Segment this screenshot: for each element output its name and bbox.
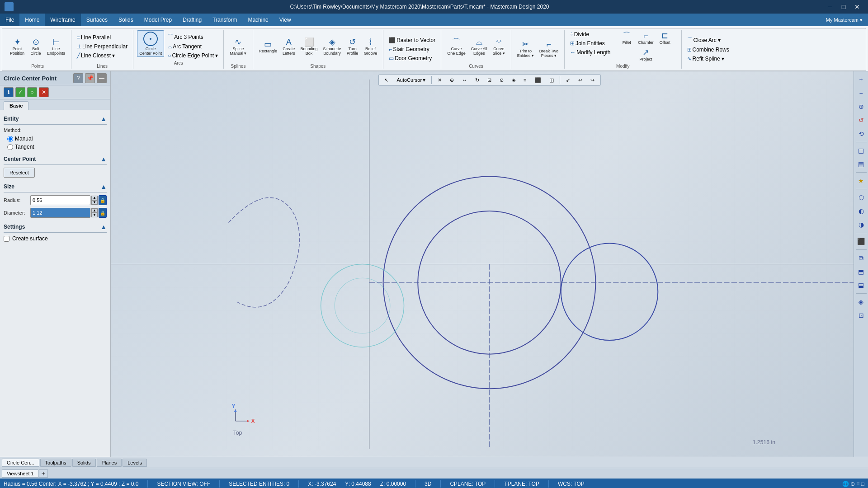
canvas-tool-4[interactable]: ↻ <box>472 76 482 84</box>
stair-geometry-button[interactable]: ⌐ Stair Geometry <box>387 45 431 53</box>
project-button[interactable]: ↗ Project <box>637 47 655 63</box>
right-tool-solid-red[interactable]: ⬛ <box>855 235 868 248</box>
canvas-tool-8[interactable]: ≡ <box>520 76 529 84</box>
point-position-button[interactable]: ✦ PointPosition <box>8 37 27 57</box>
bounding-box-button[interactable]: ⬜ BoundingBox <box>298 37 320 57</box>
canvas-tool-5[interactable]: ⊡ <box>484 76 495 84</box>
diameter-input[interactable] <box>30 208 90 218</box>
line-perpendicular-button[interactable]: ⊥ Line Perpendicular <box>75 42 129 51</box>
panel-minimize-button[interactable]: — <box>97 73 107 83</box>
reselect-button[interactable]: Reselect <box>4 168 35 178</box>
door-geometry-button[interactable]: ▭ Door Geometry <box>387 54 434 62</box>
canvas-tool-1[interactable]: ✕ <box>434 76 445 84</box>
arc-tangent-button[interactable]: ⌓ Arc Tangent <box>166 42 220 51</box>
right-tool-star[interactable]: ★ <box>855 174 868 187</box>
line-closest-button[interactable]: ╱ Line Closest ▾ <box>75 52 117 60</box>
tab-solids[interactable]: Solids <box>72 459 96 467</box>
viewsheet-1-tab[interactable]: Viewsheet 1 <box>2 469 39 478</box>
radius-down-button[interactable]: ▼ <box>91 200 98 205</box>
canvas-viewport[interactable]: X Y Top 1.2516 in <box>111 71 868 457</box>
canvas-tool-cursor[interactable]: ↖ <box>381 76 392 84</box>
diameter-down-button[interactable]: ▼ <box>91 213 98 217</box>
right-tool-view1[interactable]: ◫ <box>855 144 868 157</box>
right-tool-zoom-in[interactable]: + <box>855 73 868 86</box>
create-letters-button[interactable]: A CreateLetters <box>280 37 297 57</box>
canvas-tool-13[interactable]: ↪ <box>587 76 598 84</box>
settings-section-header[interactable]: Settings ▲ <box>4 221 107 233</box>
right-tool-clip2[interactable]: ⬓ <box>855 279 868 291</box>
tab-levels[interactable]: Levels <box>123 459 147 467</box>
create-surface-checkbox[interactable] <box>4 236 9 242</box>
menu-transform[interactable]: Transform <box>207 14 242 26</box>
offset-button[interactable]: ⊏ Offset <box>657 30 673 46</box>
menu-wireframe[interactable]: Wireframe <box>45 14 80 26</box>
rectangle-button[interactable]: ▭ Rectangle <box>257 39 280 55</box>
right-tool-extra2[interactable]: ⊡ <box>855 309 868 322</box>
join-entities-button[interactable]: ⊞ Join Entities <box>568 39 612 47</box>
modify-length-button[interactable]: ↔ Modify Length <box>568 48 612 56</box>
tab-planes[interactable]: Planes <box>97 459 122 467</box>
manual-radio[interactable] <box>7 136 13 142</box>
panel-pin-button[interactable]: 📌 <box>85 73 95 83</box>
diameter-lock-button[interactable]: 🔒 <box>99 208 107 218</box>
panel-cancel-button[interactable]: ✕ <box>39 87 49 97</box>
fillet-button[interactable]: ⌒ Fillet <box>618 30 635 46</box>
canvas-tool-12[interactable]: ↩ <box>575 76 585 84</box>
menu-solids[interactable]: Solids <box>113 14 139 26</box>
silhouette-boundary-button[interactable]: ◈ SilhouetteBoundary <box>321 37 344 57</box>
tangent-radio[interactable] <box>7 144 13 150</box>
add-viewsheet-button[interactable]: + <box>39 469 48 478</box>
right-tool-clip1[interactable]: ⬒ <box>855 265 868 278</box>
canvas-tool-3[interactable]: ↔ <box>459 76 470 84</box>
curve-all-edges-button[interactable]: ⌓ Curve AllEdges <box>469 37 490 57</box>
arc-3-points-button[interactable]: ⌒ Arc 3 Points <box>166 32 220 42</box>
menu-surfaces[interactable]: Surfaces <box>81 14 113 26</box>
curve-one-edge-button[interactable]: ⌒ CurveOne Edge <box>445 37 468 57</box>
canvas-tool-2[interactable]: ⊕ <box>447 76 457 84</box>
panel-apply-button[interactable]: ○ <box>27 87 37 97</box>
raster-to-vector-button[interactable]: ⬛ Raster to Vector <box>387 36 437 44</box>
panel-ok-button[interactable]: ✓ <box>15 87 25 97</box>
curve-slice-button[interactable]: ⌔ CurveSlice ▾ <box>491 37 507 57</box>
canvas-tool-9[interactable]: ⬛ <box>532 76 544 84</box>
bolt-circle-button[interactable]: ⊙ BoltCircle <box>28 37 44 57</box>
break-two-pieces-button[interactable]: ⌐ Break TwoPieces ▾ <box>537 39 561 59</box>
menu-model-prep[interactable]: Model Prep <box>139 14 177 26</box>
spline-manual-button[interactable]: ∿ SplineManual ▾ <box>227 37 249 57</box>
minimize-button[interactable]: ─ <box>824 2 836 11</box>
right-tool-extra1[interactable]: ◈ <box>855 296 868 308</box>
line-parallel-button[interactable]: = Line Parallel <box>75 33 113 42</box>
right-tool-view2[interactable]: ▤ <box>855 158 868 170</box>
tab-circle-center[interactable]: Circle Cen... <box>2 459 39 467</box>
menu-view[interactable]: View <box>274 14 297 26</box>
radius-input[interactable]: 0.56 <box>30 195 90 205</box>
close-button[interactable]: ✕ <box>851 2 863 11</box>
diameter-up-button[interactable]: ▲ <box>91 208 98 213</box>
circle-center-point-button[interactable]: CircleCenter Point <box>137 30 164 57</box>
right-tool-zoom-out[interactable]: − <box>855 87 868 99</box>
refit-spline-button[interactable]: ∿ Refit Spline ▾ <box>685 55 726 63</box>
tab-toolpaths[interactable]: Toolpaths <box>40 459 71 467</box>
canvas-tool-7[interactable]: ◈ <box>509 76 519 84</box>
radius-lock-button[interactable]: 🔒 <box>99 195 107 205</box>
canvas-tool-11[interactable]: ↙ <box>563 76 573 84</box>
circle-edge-point-button[interactable]: ○ Circle Edge Point ▾ <box>166 52 220 60</box>
panel-info-button[interactable]: ℹ <box>4 87 14 97</box>
radius-up-button[interactable]: ▲ <box>91 196 98 200</box>
menu-drafting[interactable]: Drafting <box>177 14 207 26</box>
combine-rows-button[interactable]: ⊞ Combine Rows <box>685 46 731 54</box>
menu-home[interactable]: Home <box>19 14 45 26</box>
right-tool-fit[interactable]: ⊕ <box>855 100 868 113</box>
right-tool-half-left[interactable]: ◐ <box>855 205 868 217</box>
canvas-tool-autocursor[interactable]: AutoCursor ▾ <box>393 75 429 84</box>
right-tool-reset[interactable]: ⟲ <box>855 127 868 140</box>
panel-help-button[interactable]: ? <box>73 73 83 83</box>
chamfer-button[interactable]: ⌐ Chamfer <box>636 30 656 46</box>
entity-section-header[interactable]: Entity ▲ <box>4 113 107 125</box>
relief-groove-button[interactable]: ⌇ ReliefGroove <box>362 37 380 57</box>
trim-to-entities-button[interactable]: ✂ Trim toEntities ▾ <box>515 39 536 59</box>
line-endpoints-button[interactable]: ⊢ LineEndpoints <box>45 37 67 57</box>
panel-tab-basic[interactable]: Basic <box>4 101 28 110</box>
menu-my-mastercam[interactable]: My Mastercam ▾ <box>821 14 868 26</box>
right-tool-layers[interactable]: ⧉ <box>855 252 868 264</box>
